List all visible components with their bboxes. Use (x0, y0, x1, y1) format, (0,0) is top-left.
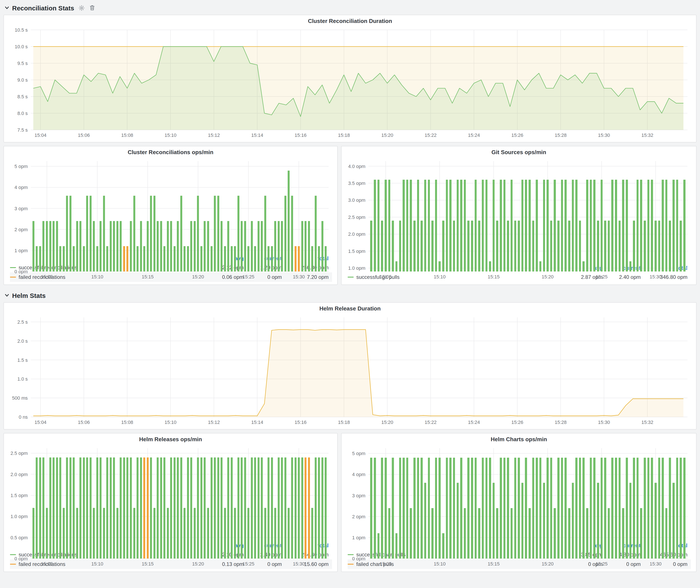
svg-text:15:14: 15:14 (251, 132, 263, 138)
svg-text:15:10: 15:10 (91, 274, 103, 279)
svg-text:2.0 s: 2.0 s (17, 338, 28, 344)
panel-helm-release-duration: Helm Release Duration 15:0415:0615:0815:… (3, 302, 697, 430)
svg-text:15:18: 15:18 (338, 420, 350, 425)
row-4: Helm Releases ops/min 15:0515:1015:1515:… (3, 433, 697, 572)
panel-git-sources-opm: Git Sources ops/min 15:0515:1015:1515:20… (341, 146, 697, 285)
svg-text:15:06: 15:06 (78, 420, 90, 425)
svg-text:15:30: 15:30 (650, 274, 661, 279)
svg-text:15:04: 15:04 (34, 132, 46, 138)
svg-text:15:20: 15:20 (192, 274, 204, 279)
svg-text:15:16: 15:16 (295, 132, 306, 138)
svg-text:15:25: 15:25 (596, 274, 608, 279)
svg-text:15:30: 15:30 (598, 132, 610, 138)
svg-text:15:15: 15:15 (142, 274, 154, 279)
row-1: Cluster Reconciliation Duration 15:0415:… (3, 15, 697, 142)
svg-text:15:26: 15:26 (511, 420, 523, 425)
svg-text:0 opm: 0 opm (352, 556, 365, 561)
panel-title[interactable]: Helm Release Duration (8, 304, 692, 314)
svg-text:0 opm: 0 opm (15, 269, 28, 274)
svg-text:15:24: 15:24 (468, 132, 480, 138)
svg-text:15:20: 15:20 (542, 561, 553, 567)
svg-text:8.5 s: 8.5 s (17, 94, 28, 99)
svg-text:15:25: 15:25 (242, 561, 254, 567)
chart-git-sources-opm[interactable]: 15:0515:1015:1515:2015:2515:304.0 opm3.5… (346, 158, 692, 263)
svg-text:4 opm: 4 opm (15, 185, 28, 190)
svg-text:4 opm: 4 opm (352, 472, 365, 477)
svg-text:15:30: 15:30 (293, 561, 305, 567)
svg-text:15:18: 15:18 (338, 132, 350, 138)
svg-text:15:25: 15:25 (242, 274, 254, 279)
chart-helm-release-duration[interactable]: 15:0415:0615:0815:1015:1215:1415:1615:18… (8, 314, 692, 426)
panel-title[interactable]: Git Sources ops/min (346, 147, 692, 158)
svg-text:1 opm: 1 opm (15, 248, 28, 253)
svg-text:15:20: 15:20 (381, 132, 393, 138)
panel-title[interactable]: Helm Charts ops/min (346, 434, 692, 445)
svg-text:9.5 s: 9.5 s (17, 61, 28, 66)
svg-text:500 ms: 500 ms (12, 395, 28, 401)
svg-text:15:06: 15:06 (78, 132, 90, 138)
svg-text:1.5 opm: 1.5 opm (348, 249, 366, 254)
chart-cluster-reconciliation-duration[interactable]: 15:0415:0615:0815:1015:1215:1415:1615:18… (8, 26, 692, 139)
svg-text:1.0 s: 1.0 s (17, 376, 28, 382)
svg-text:2.0 opm: 2.0 opm (348, 231, 366, 237)
section-title: Reconciliation Stats (12, 4, 74, 11)
section-collapse-toggle[interactable]: Reconciliation Stats (4, 4, 74, 11)
svg-text:2 opm: 2 opm (15, 227, 28, 232)
section-header-reconciliation-stats: Reconciliation Stats (3, 1, 697, 15)
svg-text:0 ns: 0 ns (19, 414, 28, 420)
panel-cluster-reconciliations-opm: Cluster Reconciliations ops/min 15:0515:… (3, 146, 338, 285)
svg-text:15:08: 15:08 (121, 132, 133, 138)
panel-cluster-reconciliation-duration: Cluster Reconciliation Duration 15:0415:… (3, 15, 697, 142)
svg-text:5 opm: 5 opm (352, 451, 365, 456)
svg-text:15:20: 15:20 (542, 274, 553, 279)
grafana-dashboard: Reconciliation Stats (0, 0, 700, 588)
trash-icon[interactable] (89, 5, 95, 11)
svg-text:15:10: 15:10 (434, 561, 446, 567)
chart-svg-helm-releases-opm: 15:0515:1015:1515:2015:2515:302.5 opm2.0… (8, 445, 333, 568)
dashboard-body: Reconciliation Stats (0, 0, 700, 579)
svg-text:15:10: 15:10 (165, 420, 176, 425)
svg-text:15:22: 15:22 (425, 420, 437, 425)
chart-svg-cluster-reconciliations-opm: 15:0515:1015:1515:2015:2515:305 opm4 opm… (8, 158, 333, 281)
svg-text:15:26: 15:26 (511, 132, 523, 138)
svg-text:15:30: 15:30 (650, 561, 661, 567)
svg-text:15:20: 15:20 (381, 420, 393, 425)
svg-text:3 opm: 3 opm (15, 206, 28, 211)
svg-text:15:28: 15:28 (555, 132, 567, 138)
section-title: Helm Stats (12, 292, 46, 299)
svg-text:15:30: 15:30 (293, 274, 305, 279)
section-collapse-toggle[interactable]: Helm Stats (4, 292, 46, 299)
svg-text:15:05: 15:05 (41, 561, 53, 567)
gear-icon[interactable] (79, 5, 85, 11)
chart-cluster-reconciliations-opm[interactable]: 15:0515:1015:1515:2015:2515:305 opm4 opm… (8, 158, 333, 253)
svg-text:0 opm: 0 opm (15, 556, 28, 561)
chart-svg-cluster-reconciliation-duration: 15:0415:0615:0815:1015:1215:1415:1615:18… (8, 26, 692, 139)
svg-text:15:12: 15:12 (208, 132, 220, 138)
chart-svg-helm-release-duration: 15:0415:0615:0815:1015:1215:1415:1615:18… (8, 314, 692, 426)
svg-text:10.0 s: 10.0 s (15, 44, 28, 49)
panel-title[interactable]: Helm Releases ops/min (8, 434, 333, 445)
chart-helm-releases-opm[interactable]: 15:0515:1015:1515:2015:2515:302.5 opm2.0… (8, 445, 333, 540)
svg-text:1 opm: 1 opm (352, 535, 365, 540)
panel-title[interactable]: Cluster Reconciliation Duration (8, 16, 692, 26)
svg-text:15:25: 15:25 (596, 561, 608, 567)
svg-text:15:12: 15:12 (208, 420, 220, 425)
svg-text:15:20: 15:20 (192, 561, 204, 567)
svg-text:2.5 opm: 2.5 opm (11, 451, 28, 456)
svg-text:15:32: 15:32 (641, 132, 653, 138)
chart-svg-helm-charts-opm: 15:0515:1015:1515:2015:2515:305 opm4 opm… (346, 445, 692, 568)
svg-text:1.5 s: 1.5 s (17, 357, 28, 363)
svg-text:15:30: 15:30 (598, 420, 610, 425)
section-header-helm-stats: Helm Stats (3, 288, 697, 302)
svg-text:1.0 opm: 1.0 opm (11, 514, 28, 519)
svg-text:15:05: 15:05 (380, 561, 392, 567)
panel-title[interactable]: Cluster Reconciliations ops/min (8, 147, 333, 158)
svg-text:2.5 opm: 2.5 opm (348, 215, 366, 220)
svg-text:3 opm: 3 opm (352, 493, 365, 498)
chart-helm-charts-opm[interactable]: 15:0515:1015:1515:2015:2515:305 opm4 opm… (346, 445, 692, 540)
panel-helm-releases-opm: Helm Releases ops/min 15:0515:1015:1515:… (3, 433, 338, 572)
chevron-down-icon (4, 5, 10, 10)
svg-text:1.0 opm: 1.0 opm (348, 265, 366, 271)
row-2: Cluster Reconciliations ops/min 15:0515:… (3, 146, 697, 285)
svg-text:15:32: 15:32 (641, 420, 653, 425)
